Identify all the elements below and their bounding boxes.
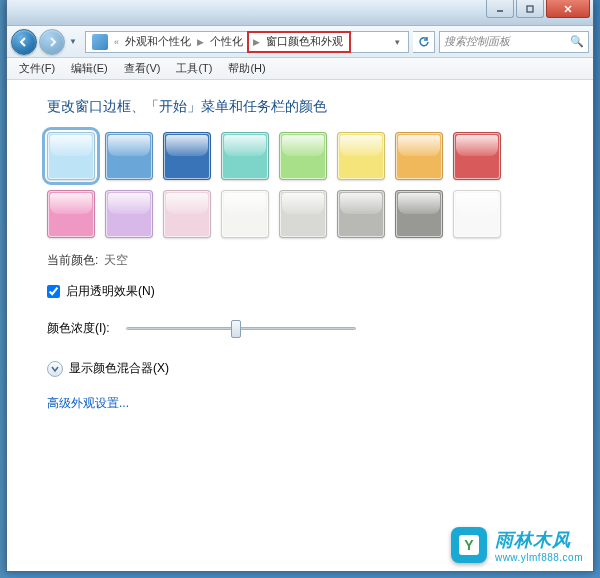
breadcrumb-window-color[interactable]: 窗口颜色和外观 <box>262 33 347 51</box>
control-panel-window: ▼ « 外观和个性化 ▶ 个性化 ▶ 窗口颜色和外观 ▾ 搜索控制面板 🔍 文件… <box>6 0 594 572</box>
back-button[interactable] <box>11 29 37 55</box>
slider-thumb[interactable] <box>231 320 241 338</box>
menu-bar: 文件(F) 编辑(E) 查看(V) 工具(T) 帮助(H) <box>7 58 593 80</box>
color-swatch-3[interactable] <box>221 132 269 180</box>
color-swatch-1[interactable] <box>105 132 153 180</box>
svg-rect-1 <box>527 6 533 12</box>
address-dropdown[interactable]: ▾ <box>389 37 406 47</box>
color-swatch-4[interactable] <box>279 132 327 180</box>
current-color-row: 当前颜色: 天空 <box>47 252 553 269</box>
menu-edit[interactable]: 编辑(E) <box>63 59 116 78</box>
chevron-right-icon[interactable]: ▶ <box>195 37 206 47</box>
refresh-button[interactable] <box>413 31 435 53</box>
maximize-button[interactable] <box>516 0 544 18</box>
breadcrumb-prefix: « <box>112 37 121 47</box>
intensity-label: 颜色浓度(I): <box>47 320 110 337</box>
color-swatch-8[interactable] <box>47 190 95 238</box>
forward-button[interactable] <box>39 29 65 55</box>
breadcrumb-appearance[interactable]: 外观和个性化 <box>121 32 195 52</box>
search-input[interactable]: 搜索控制面板 🔍 <box>439 31 589 53</box>
window-titlebar <box>7 0 593 26</box>
color-swatch-15[interactable] <box>453 190 501 238</box>
current-color-value: 天空 <box>104 252 128 269</box>
content-area: 更改窗口边框、「开始」菜单和任务栏的颜色 当前颜色: 天空 启用透明效果(N) … <box>7 80 593 571</box>
current-color-label: 当前颜色: <box>47 252 98 269</box>
color-swatch-9[interactable] <box>105 190 153 238</box>
advanced-appearance-link[interactable]: 高级外观设置... <box>47 395 553 412</box>
page-title: 更改窗口边框、「开始」菜单和任务栏的颜色 <box>47 98 553 116</box>
search-icon[interactable]: 🔍 <box>570 35 584 48</box>
nav-history-dropdown[interactable]: ▼ <box>69 37 81 46</box>
watermark: Y 雨林木风 www.ylmf888.com <box>451 527 583 563</box>
menu-help[interactable]: 帮助(H) <box>220 59 273 78</box>
watermark-url: www.ylmf888.com <box>495 552 583 563</box>
color-swatch-6[interactable] <box>395 132 443 180</box>
minimize-button[interactable] <box>486 0 514 18</box>
color-swatch-10[interactable] <box>163 190 211 238</box>
intensity-slider[interactable] <box>126 318 356 338</box>
watermark-text: 雨林木风 <box>495 528 583 552</box>
menu-tools[interactable]: 工具(T) <box>168 59 220 78</box>
search-placeholder: 搜索控制面板 <box>444 34 510 49</box>
color-swatch-grid <box>47 132 527 238</box>
close-button[interactable] <box>546 0 590 18</box>
color-swatch-2[interactable] <box>163 132 211 180</box>
highlight-annotation: ▶ 窗口颜色和外观 <box>247 31 351 53</box>
color-swatch-7[interactable] <box>453 132 501 180</box>
color-swatch-14[interactable] <box>395 190 443 238</box>
transparency-checkbox[interactable] <box>47 285 60 298</box>
menu-view[interactable]: 查看(V) <box>116 59 169 78</box>
breadcrumb-personalization[interactable]: 个性化 <box>206 32 247 52</box>
watermark-logo: Y <box>451 527 487 563</box>
color-swatch-13[interactable] <box>337 190 385 238</box>
color-swatch-5[interactable] <box>337 132 385 180</box>
color-swatch-12[interactable] <box>279 190 327 238</box>
expand-mixer-button[interactable] <box>47 361 63 377</box>
nav-toolbar: ▼ « 外观和个性化 ▶ 个性化 ▶ 窗口颜色和外观 ▾ 搜索控制面板 🔍 <box>7 26 593 58</box>
color-swatch-11[interactable] <box>221 190 269 238</box>
address-bar[interactable]: « 外观和个性化 ▶ 个性化 ▶ 窗口颜色和外观 ▾ <box>85 31 409 53</box>
chevron-right-icon[interactable]: ▶ <box>251 37 262 47</box>
personalization-icon <box>92 34 108 50</box>
menu-file[interactable]: 文件(F) <box>11 59 63 78</box>
transparency-label: 启用透明效果(N) <box>66 283 155 300</box>
mixer-label: 显示颜色混合器(X) <box>69 360 169 377</box>
color-swatch-0[interactable] <box>47 132 95 180</box>
